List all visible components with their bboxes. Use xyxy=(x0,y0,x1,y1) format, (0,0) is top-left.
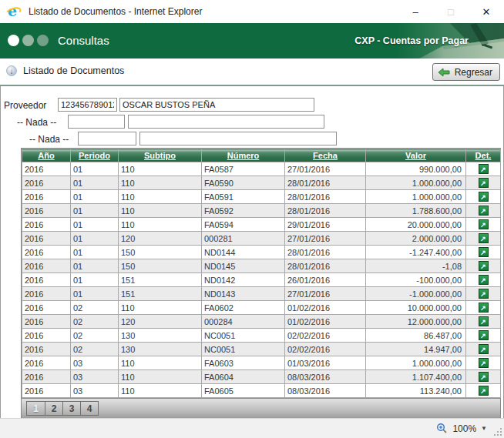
detail-button[interactable]: ↗ xyxy=(479,358,489,368)
filter1-label: -- Nada -- xyxy=(17,117,56,128)
cell-ano: 2016 xyxy=(22,218,71,232)
cell-ano: 2016 xyxy=(22,315,71,329)
cell-numero: 000281 xyxy=(202,232,285,246)
cell-numero: FA0603 xyxy=(202,356,285,370)
detail-button[interactable]: ↗ xyxy=(479,372,489,382)
cell-numero: 000284 xyxy=(202,315,285,329)
cell-periodo: 01 xyxy=(71,162,119,176)
cell-fecha: 02/02/2016 xyxy=(285,329,366,343)
cell-numero: FA0602 xyxy=(202,301,285,315)
table-row: 201602130NC005102/02/201686.487,00↗ xyxy=(22,329,501,343)
filter2-code-input[interactable] xyxy=(78,132,136,145)
detail-button[interactable]: ↗ xyxy=(479,192,489,202)
cell-numero: FA0587 xyxy=(202,162,285,176)
filter1-value-input[interactable] xyxy=(128,115,324,129)
zoom-magnifier-icon xyxy=(436,423,448,434)
cell-det: ↗ xyxy=(466,190,501,204)
back-button[interactable]: Regresar xyxy=(432,63,500,81)
cell-fecha: 28/01/2016 xyxy=(285,176,366,190)
page-button-3[interactable]: 3 xyxy=(62,402,80,415)
column-header-ano[interactable]: Año xyxy=(22,149,71,162)
detail-button[interactable]: ↗ xyxy=(479,261,489,271)
minimize-button[interactable]: – xyxy=(398,0,433,23)
detail-button[interactable]: ↗ xyxy=(479,275,489,285)
cell-fecha: 28/01/2016 xyxy=(285,246,366,259)
pagination-group: 1234 xyxy=(26,401,99,416)
module-title: CXP - Cuentas por Pagar xyxy=(354,35,469,46)
cell-valor: 20.000.000,00 xyxy=(366,218,466,232)
back-arrow-icon xyxy=(438,68,450,77)
detail-button[interactable]: ↗ xyxy=(479,386,489,396)
filter1-code-input[interactable] xyxy=(68,115,125,129)
cell-valor: 1.000.000,00 xyxy=(366,190,466,204)
table-row: 201601110FA058727/01/2016990.000,00↗ xyxy=(22,162,501,176)
table-row: 20160112000028127/01/20162.000.000,00↗ xyxy=(22,232,501,246)
resize-grip-icon[interactable] xyxy=(494,428,502,436)
cell-periodo: 01 xyxy=(71,176,119,190)
table-row: 201603110FA060408/03/20161.107.400,00↗ xyxy=(22,370,501,384)
cell-subtipo: 110 xyxy=(119,384,202,398)
column-header-det[interactable]: Det. xyxy=(466,149,501,162)
cell-periodo: 02 xyxy=(71,301,119,315)
cell-subtipo: 110 xyxy=(119,176,202,190)
column-header-fecha[interactable]: Fecha xyxy=(285,149,366,162)
proveedor-code-input[interactable] xyxy=(58,98,117,112)
detail-button[interactable]: ↗ xyxy=(479,247,489,257)
decorative-dots xyxy=(8,35,49,46)
cell-subtipo: 150 xyxy=(119,246,202,259)
cell-numero: ND0143 xyxy=(202,287,285,301)
detail-button[interactable]: ↗ xyxy=(479,233,489,243)
maximize-button[interactable]: □ xyxy=(433,0,469,23)
cell-ano: 2016 xyxy=(22,384,71,398)
filter2-value-input[interactable] xyxy=(139,132,337,145)
zoom-level: 100% xyxy=(452,423,476,434)
page-button-4[interactable]: 4 xyxy=(80,402,98,415)
column-header-numero[interactable]: Número xyxy=(202,149,285,162)
detail-button[interactable]: ↗ xyxy=(479,178,489,188)
dot-icon xyxy=(37,35,49,46)
cell-det: ↗ xyxy=(466,176,501,190)
detail-button[interactable]: ↗ xyxy=(479,316,489,326)
cell-numero: ND0145 xyxy=(202,259,285,273)
cell-ano: 2016 xyxy=(22,329,71,343)
cell-subtipo: 110 xyxy=(119,218,202,232)
table-row: 201601151ND014327/01/2016-1.000.000,00↗ xyxy=(22,287,501,301)
cell-periodo: 03 xyxy=(71,370,119,384)
page-button-1[interactable]: 1 xyxy=(27,402,45,415)
close-button[interactable]: ✕ xyxy=(469,0,504,23)
cell-det: ↗ xyxy=(466,259,501,273)
cell-subtipo: 150 xyxy=(119,259,202,273)
detail-button[interactable]: ↗ xyxy=(479,219,489,229)
cell-valor: -1,08 xyxy=(366,259,466,273)
cell-subtipo: 120 xyxy=(119,315,202,329)
chevron-down-icon[interactable]: ▼ xyxy=(481,425,487,432)
detail-button[interactable]: ↗ xyxy=(479,289,489,299)
column-header-subtipo[interactable]: Subtipo xyxy=(119,149,202,162)
table-row: 20160212000028401/02/201612.000.000,00↗ xyxy=(22,315,501,329)
cell-numero: NC0051 xyxy=(202,329,285,343)
cell-fecha: 08/03/2016 xyxy=(285,384,366,398)
zoom-control[interactable]: 100% ▼ xyxy=(436,419,487,438)
detail-button[interactable]: ↗ xyxy=(479,164,489,174)
detail-button[interactable]: ↗ xyxy=(479,330,489,340)
detail-button[interactable]: ↗ xyxy=(479,344,489,354)
cell-det: ↗ xyxy=(466,162,501,176)
cell-valor: 86.487,00 xyxy=(366,329,466,343)
column-header-valor[interactable]: Valor xyxy=(366,149,466,162)
cell-subtipo: 110 xyxy=(119,204,202,218)
cell-subtipo: 151 xyxy=(119,273,202,287)
cell-numero: FA0594 xyxy=(202,218,285,232)
cell-valor: -1.000.000,00 xyxy=(366,287,466,301)
app-header: Consultas CXP - Cuentas por Pa xyxy=(0,23,504,59)
title-bar: e Listado de Documentos - Internet Explo… xyxy=(0,0,504,23)
column-header-periodo[interactable]: Periodo xyxy=(71,149,119,162)
cell-ano: 2016 xyxy=(22,246,71,259)
proveedor-name-input[interactable] xyxy=(119,98,314,112)
page-button-2[interactable]: 2 xyxy=(45,402,62,415)
detail-button[interactable]: ↗ xyxy=(479,206,489,216)
table-row: 201603110FA060301/03/20161.000.000,00↗ xyxy=(22,356,501,370)
cell-numero: ND0144 xyxy=(202,246,285,259)
cell-det: ↗ xyxy=(466,370,501,384)
cell-ano: 2016 xyxy=(22,356,71,370)
detail-button[interactable]: ↗ xyxy=(479,303,489,313)
